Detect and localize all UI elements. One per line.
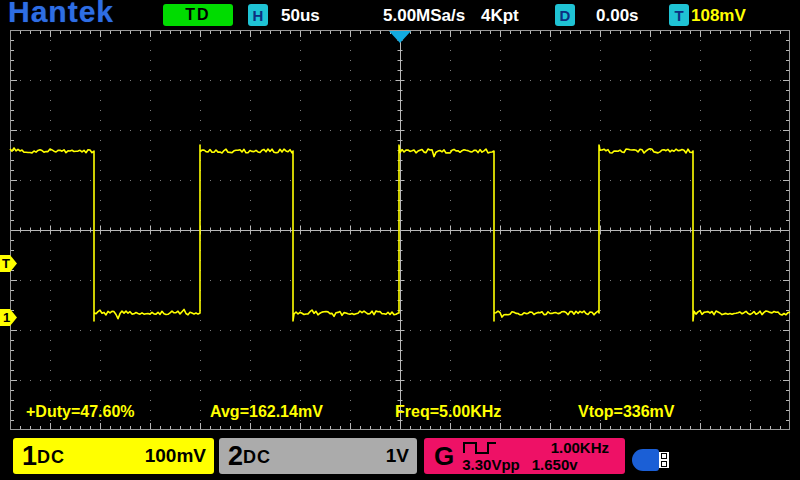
channel2-number: 2: [228, 439, 243, 473]
channel2-status-box[interactable]: 2 DC 1V: [219, 438, 417, 474]
channel1-number: 1: [22, 439, 37, 473]
generator-amplitude: 3.30Vpp: [462, 456, 520, 473]
horizontal-offset-value: 0.00s: [596, 6, 639, 26]
generator-offset: 1.650v: [532, 456, 578, 473]
timebase-value: 50us: [281, 6, 320, 26]
usb-storage-icon[interactable]: [632, 449, 670, 471]
brand-logo: Hantek: [8, 0, 114, 27]
usb-plug: [659, 452, 669, 468]
waveform-display: T 1: [0, 30, 800, 430]
memory-depth-value: 4Kpt: [481, 6, 519, 26]
trigger-level-marker[interactable]: T: [0, 255, 17, 272]
measurement-avg: Avg=162.14mV: [210, 403, 323, 421]
channel2-coupling: DC: [243, 447, 271, 468]
top-status-bar: Hantek TD H 50us 5.00MSa/s 4Kpt D 0.00s …: [0, 0, 800, 30]
generator-frequency: 1.00KHz: [551, 439, 609, 456]
delay-menu-badge[interactable]: D: [555, 4, 575, 26]
oscilloscope-screen: Hantek TD H 50us 5.00MSa/s 4Kpt D 0.00s …: [0, 0, 800, 480]
measurement-freq: Freq=5.00KHz: [395, 403, 501, 421]
channel1-zero-marker[interactable]: 1: [0, 309, 17, 326]
channel1-zero-flag-label: 1: [3, 310, 10, 325]
trigger-menu-badge[interactable]: T: [669, 4, 689, 26]
trigger-position-marker[interactable]: [389, 31, 411, 43]
generator-label: G: [434, 439, 454, 473]
channel2-scale: 1V: [386, 445, 409, 467]
generator-status-box[interactable]: G 1.00KHz 3.30Vpp 1.650v: [424, 438, 625, 474]
measurement-vtop: Vtop=336mV: [578, 403, 674, 421]
horizontal-menu-badge[interactable]: H: [248, 4, 268, 26]
square-wave-icon: [462, 440, 498, 455]
sample-rate-value: 5.00MSa/s: [383, 6, 465, 26]
channel1-coupling: DC: [37, 447, 65, 468]
measurement-duty: +Duty=47.60%: [26, 403, 135, 421]
trigger-level-flag-label: T: [2, 256, 10, 271]
trigger-level-value: 108mV: [691, 6, 746, 26]
trigger-status-badge: TD: [163, 4, 233, 26]
channel1-status-box[interactable]: 1 DC 100mV: [13, 438, 214, 474]
channel1-scale: 100mV: [145, 445, 206, 467]
graticule-grid: [10, 30, 790, 430]
usb-body: [632, 449, 659, 471]
